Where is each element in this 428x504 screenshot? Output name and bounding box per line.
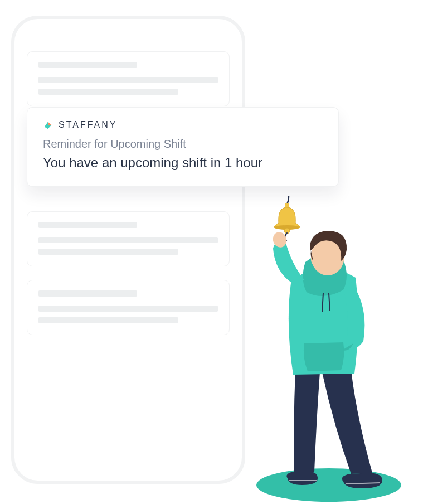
placeholder-card — [27, 51, 230, 106]
placeholder-line — [38, 306, 218, 312]
svg-point-0 — [285, 203, 289, 207]
notification-brand-name: STAFFANY — [59, 120, 118, 130]
placeholder-line — [38, 89, 178, 95]
placeholder-line — [38, 62, 137, 68]
placeholder-line — [38, 222, 137, 228]
placeholder-card — [27, 211, 230, 266]
placeholder-line — [38, 249, 178, 255]
placeholder-card — [27, 280, 230, 335]
notification-card: STAFFANY Reminder for Upcoming Shift You… — [27, 107, 339, 187]
notification-brand: STAFFANY — [43, 120, 323, 130]
notification-title: Reminder for Upcoming Shift — [43, 138, 323, 151]
notification-body: You have an upcoming shift in 1 hour — [43, 154, 323, 172]
placeholder-line — [38, 317, 178, 323]
placeholder-line — [38, 237, 218, 243]
phone-frame — [11, 16, 245, 484]
person-illustration — [240, 212, 418, 496]
placeholder-line — [38, 290, 137, 297]
placeholder-line — [38, 77, 218, 83]
staffany-logo-icon — [43, 120, 53, 130]
